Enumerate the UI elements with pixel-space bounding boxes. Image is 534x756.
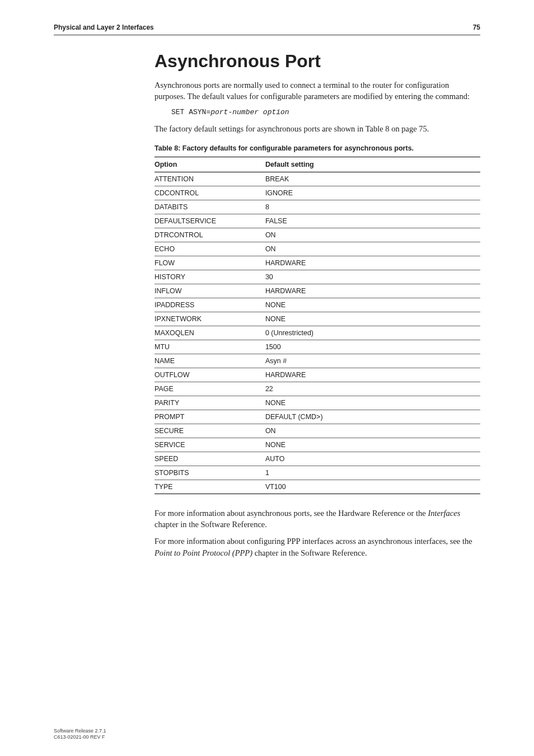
more-info-2-pre: For more information about configuring P… (154, 537, 472, 546)
table-row: PAGE22 (154, 382, 480, 396)
command-example: SET ASYN=port-number option (171, 108, 480, 116)
table-cell-option: IPADDRESS (154, 298, 265, 312)
more-info-1-pre: For more information about asynchronous … (154, 509, 428, 518)
table-row: PARITYNONE (154, 396, 480, 410)
table-cell-value: 1500 (265, 340, 480, 354)
table-row: NAMEAsyn # (154, 354, 480, 368)
table-cell-option: DTRCONTROL (154, 228, 265, 242)
table-row: ECHOON (154, 242, 480, 256)
table-cell-value: 30 (265, 270, 480, 284)
table-row: SERVICENONE (154, 438, 480, 452)
table-cell-option: OUTFLOW (154, 368, 265, 382)
table-row: STOPBITS1 (154, 466, 480, 480)
table-cell-value: BREAK (265, 172, 480, 186)
table-row: TYPEVT100 (154, 480, 480, 494)
table-row: HISTORY30 (154, 270, 480, 284)
more-info-1-ital: Interfaces (428, 509, 460, 518)
table-cell-option: NAME (154, 354, 265, 368)
table-cell-value: HARDWARE (265, 368, 480, 382)
table-row: IPADDRESSNONE (154, 298, 480, 312)
table-cell-option: PAGE (154, 382, 265, 396)
table-row: CDCONTROLIGNORE (154, 186, 480, 200)
table-row: ATTENTIONBREAK (154, 172, 480, 186)
table-cell-option: ATTENTION (154, 172, 265, 186)
table-cell-option: CDCONTROL (154, 186, 265, 200)
command-args: port-number option (210, 108, 289, 116)
more-info-1-post: chapter in the Software Reference. (154, 520, 267, 529)
table-row: DEFAULTSERVICEFALSE (154, 214, 480, 228)
footer-line-2: C613-02021-00 REV F (54, 734, 106, 740)
header-left: Physical and Layer 2 Interfaces (54, 24, 154, 31)
table-cell-option: PROMPT (154, 410, 265, 424)
table-cell-value: 8 (265, 200, 480, 214)
page-number: 75 (473, 24, 480, 31)
header-rule (54, 35, 480, 35)
table-caption: Table 8: Factory defaults for configurab… (154, 144, 480, 152)
table-row: MTU1500 (154, 340, 480, 354)
table-row: SPEEDAUTO (154, 452, 480, 466)
table-cell-option: INFLOW (154, 284, 265, 298)
table-cell-value: NONE (265, 438, 480, 452)
footer-line-1: Software Release 2.7.1 (54, 728, 106, 734)
table-cell-value: 22 (265, 382, 480, 396)
running-header: Physical and Layer 2 Interfaces 75 (54, 24, 480, 31)
table-row: OUTFLOWHARDWARE (154, 368, 480, 382)
table-row: DTRCONTROLON (154, 228, 480, 242)
table-row: IPXNETWORKNONE (154, 312, 480, 326)
table-cell-value: AUTO (265, 452, 480, 466)
table-cell-option: DATABITS (154, 200, 265, 214)
table-cell-value: NONE (265, 396, 480, 410)
table-cell-option: PARITY (154, 396, 265, 410)
more-info-1: For more information about asynchronous … (154, 508, 480, 530)
page-title: Asynchronous Port (154, 51, 480, 72)
command-prefix: SET ASYN= (171, 108, 210, 116)
table-cell-value: NONE (265, 298, 480, 312)
footer: Software Release 2.7.1 C613-02021-00 REV… (54, 728, 106, 741)
table-cell-value: Asyn # (265, 354, 480, 368)
table-cell-option: DEFAULTSERVICE (154, 214, 265, 228)
intro-paragraph-1: Asynchronous ports are normally used to … (154, 79, 480, 102)
table-cell-option: TYPE (154, 480, 265, 494)
defaults-table: Option Default setting ATTENTIONBREAK CD… (154, 157, 480, 494)
table-row: FLOWHARDWARE (154, 256, 480, 270)
table-row: SECUREON (154, 424, 480, 438)
more-info-2-ital: Point to Point Protocol (PPP) (154, 548, 252, 557)
table-row: DATABITS8 (154, 200, 480, 214)
table-cell-option: ECHO (154, 242, 265, 256)
table-cell-value: HARDWARE (265, 284, 480, 298)
table-cell-value: VT100 (265, 480, 480, 494)
table-row: INFLOWHARDWARE (154, 284, 480, 298)
table-cell-value: ON (265, 228, 480, 242)
table-cell-value: NONE (265, 312, 480, 326)
table-header-default: Default setting (265, 157, 480, 172)
table-cell-value: HARDWARE (265, 256, 480, 270)
table-cell-value: ON (265, 424, 480, 438)
table-cell-option: MAXOQLEN (154, 326, 265, 340)
table-header-option: Option (154, 157, 265, 172)
table-cell-option: SECURE (154, 424, 265, 438)
table-cell-option: FLOW (154, 256, 265, 270)
table-cell-option: IPXNETWORK (154, 312, 265, 326)
table-cell-value: IGNORE (265, 186, 480, 200)
table-row: PROMPTDEFAULT (CMD>) (154, 410, 480, 424)
table-row: MAXOQLEN0 (Unrestricted) (154, 326, 480, 340)
table-cell-option: MTU (154, 340, 265, 354)
table-cell-value: DEFAULT (CMD>) (265, 410, 480, 424)
table-cell-option: SPEED (154, 452, 265, 466)
intro-paragraph-2: The factory default settings for asynchr… (154, 123, 480, 134)
more-info-2-post: chapter in the Software Reference. (252, 548, 367, 557)
more-info-2: For more information about configuring P… (154, 536, 480, 558)
table-cell-option: STOPBITS (154, 466, 265, 480)
table-cell-value: 0 (Unrestricted) (265, 326, 480, 340)
table-cell-value: FALSE (265, 214, 480, 228)
table-cell-option: HISTORY (154, 270, 265, 284)
table-cell-value: 1 (265, 466, 480, 480)
table-cell-option: SERVICE (154, 438, 265, 452)
table-cell-value: ON (265, 242, 480, 256)
